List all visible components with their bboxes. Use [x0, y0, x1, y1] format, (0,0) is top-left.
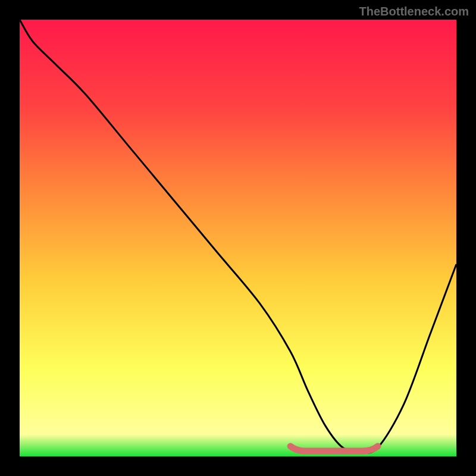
bottleneck-curve-path — [20, 20, 456, 453]
flat-region-marker — [290, 446, 378, 451]
chart-curve — [20, 20, 456, 456]
chart-plot-area — [20, 20, 456, 456]
watermark-text: TheBottleneck.com — [359, 5, 469, 18]
